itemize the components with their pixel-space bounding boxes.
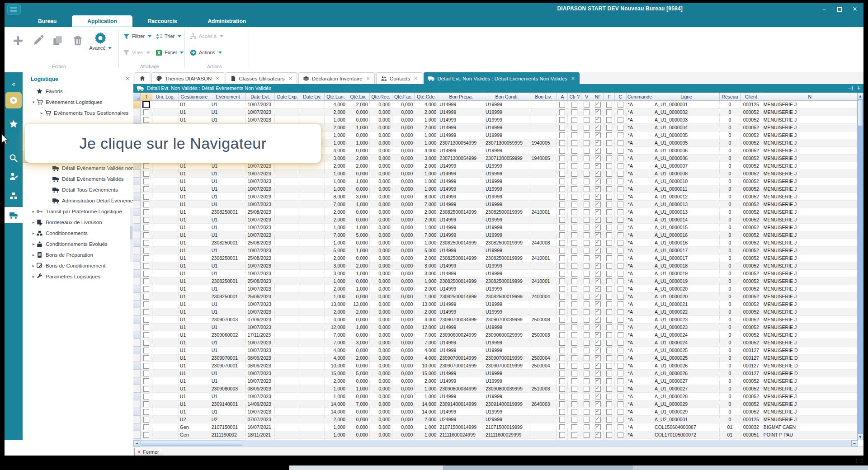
table-row[interactable]: U1230906000217/11/20237,0000,0000,0000,0… <box>133 331 858 339</box>
table-row[interactable]: U1U110/07/20233,0002,0000,0000,0003,000U… <box>133 262 858 270</box>
cell-c[interactable] <box>614 301 626 308</box>
ribbon-tab-bureau[interactable]: Bureau <box>23 15 72 27</box>
cell-ctr-[interactable] <box>568 193 581 201</box>
column-header-qt-cde-[interactable]: Qté.Cde. <box>415 93 438 101</box>
checkbox-ctr-[interactable] <box>571 278 577 284</box>
checkbox-t[interactable] <box>143 294 149 300</box>
checkbox-a[interactable] <box>559 255 565 261</box>
cell-c[interactable] <box>614 362 626 370</box>
checkbox-ctr-[interactable] <box>571 132 577 138</box>
cell-nf[interactable] <box>592 101 604 108</box>
checkbox-ctr-[interactable] <box>571 232 577 238</box>
row-selector[interactable] <box>133 400 141 408</box>
cell-nf[interactable] <box>592 124 604 132</box>
table-row[interactable]: U1U110/07/20234,0000,0000,0000,0004,000U… <box>133 347 858 354</box>
checkbox-t[interactable] <box>143 417 149 423</box>
checkbox-c[interactable] <box>618 417 623 423</box>
cell-f[interactable] <box>604 324 615 331</box>
checkbox-t[interactable] <box>143 117 149 123</box>
cell-c[interactable] <box>614 331 626 339</box>
navigator-close-icon[interactable]: × <box>125 75 130 82</box>
checkbox-c[interactable] <box>618 432 623 438</box>
checkbox-t[interactable] <box>143 386 149 392</box>
row-selector[interactable] <box>133 408 141 416</box>
tab-d-claration-inventaire[interactable]: Déclaration Inventaire× <box>298 72 375 84</box>
cell-ctr-[interactable] <box>568 270 581 277</box>
cell-v[interactable] <box>581 178 592 185</box>
checkbox-c[interactable] <box>618 324 623 330</box>
checkbox-nf[interactable] <box>595 378 601 384</box>
cell-v[interactable] <box>581 293 592 301</box>
checkbox-ctr-[interactable] <box>571 409 577 415</box>
checkbox-v[interactable] <box>584 125 590 131</box>
cell-ctr-[interactable] <box>568 408 581 416</box>
delete-button[interactable] <box>68 31 88 51</box>
table-row[interactable]: U1U110/07/20238,0003,0000,0000,0008,000U… <box>133 193 858 201</box>
checkbox-t[interactable] <box>143 263 149 269</box>
checkbox-f[interactable] <box>606 202 612 207</box>
checkbox-a[interactable] <box>559 109 565 115</box>
checkbox-c[interactable] <box>618 317 623 323</box>
row-selector[interactable] <box>133 293 141 301</box>
checkbox-v[interactable] <box>584 232 590 238</box>
cell-nf[interactable] <box>592 331 604 339</box>
cell-v[interactable] <box>581 431 592 439</box>
checkbox-nf[interactable] <box>595 255 601 261</box>
navigator-scrollbar[interactable] <box>130 208 133 262</box>
cell-c[interactable] <box>614 239 626 247</box>
cell-v[interactable] <box>581 231 592 239</box>
cell-t[interactable] <box>141 116 152 124</box>
cell-f[interactable] <box>604 370 615 377</box>
cell-t[interactable] <box>141 308 152 316</box>
vertical-scrollbar[interactable]: ▲ ▼ <box>857 93 863 440</box>
checkbox-v[interactable] <box>584 186 590 192</box>
table-row[interactable]: U2U207/07/20232,0000,0000,0000,0002,000U… <box>133 416 858 423</box>
cell-c[interactable] <box>614 400 626 408</box>
sidebar-item-transit-par-plateforme-logisti[interactable]: ▸Transit par Plateforme Logistique <box>23 206 133 217</box>
cell-nf[interactable] <box>592 116 604 124</box>
checkbox-nf[interactable] <box>595 117 601 123</box>
row-selector[interactable] <box>133 324 141 331</box>
cell-a[interactable] <box>557 116 568 124</box>
cell-ctr-[interactable] <box>568 308 581 316</box>
checkbox-a[interactable] <box>559 225 565 230</box>
checkbox-nf[interactable] <box>595 340 601 346</box>
checkbox-ctr-[interactable] <box>571 348 577 353</box>
cell-c[interactable] <box>614 393 626 400</box>
cell-ctr-[interactable] <box>568 347 581 354</box>
cell-ctr-[interactable] <box>568 385 581 393</box>
cell-c[interactable] <box>614 293 626 301</box>
cell-a[interactable] <box>557 101 568 108</box>
checkbox-c[interactable] <box>618 371 623 376</box>
checkbox-f[interactable] <box>606 117 612 123</box>
column-header-bon-liv-[interactable]: Bon Liv. <box>530 93 557 101</box>
cell-f[interactable] <box>604 124 615 132</box>
checkbox-f[interactable] <box>606 432 612 438</box>
cell-ctr-[interactable] <box>568 277 581 285</box>
table-row[interactable]: Gen210715000116/07/20211,0000,0000,0000,… <box>133 423 858 431</box>
cell-v[interactable] <box>581 400 592 408</box>
cell-t[interactable] <box>141 201 152 208</box>
cell-f[interactable] <box>604 277 615 285</box>
checkbox-f[interactable] <box>606 109 612 115</box>
checkbox-ctr-[interactable] <box>571 340 577 346</box>
cell-ctr-[interactable] <box>568 116 581 124</box>
checkbox-nf[interactable] <box>595 424 601 430</box>
cell-v[interactable] <box>581 139 592 147</box>
cell-ctr-[interactable] <box>568 354 581 362</box>
checkbox-v[interactable] <box>584 225 590 230</box>
checkbox-c[interactable] <box>618 232 623 238</box>
cell-a[interactable] <box>557 393 568 400</box>
cell-f[interactable] <box>604 178 615 185</box>
cell-ctr-[interactable] <box>568 124 581 132</box>
cell-a[interactable] <box>557 385 568 393</box>
checkbox-v[interactable] <box>584 171 590 177</box>
checkbox-ctr-[interactable] <box>571 424 577 430</box>
advanced-button[interactable]: Avancé <box>86 31 115 51</box>
cell-t[interactable] <box>141 285 152 293</box>
cell-t[interactable] <box>141 339 152 347</box>
cell-a[interactable] <box>557 423 568 431</box>
checkbox-nf[interactable] <box>595 217 601 223</box>
checkbox-f[interactable] <box>606 225 612 230</box>
cell-a[interactable] <box>557 231 568 239</box>
